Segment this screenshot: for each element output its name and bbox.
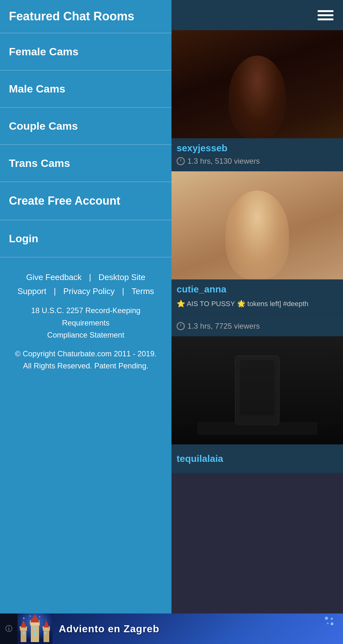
ad-castle-image	[17, 613, 52, 644]
stream-info-1: sexyjesseb 1.3 hrs, 5130 viewers	[172, 138, 343, 171]
stream-card-2[interactable]: cutie_anna ⭐ AIS TO PUSSY 🌟 tokens left]…	[172, 171, 343, 336]
clock-icon-2	[177, 322, 185, 330]
sidebar-footer: Give Feedback | Desktop Site Support | P…	[0, 257, 172, 613]
stream-username-3: tequilalaia	[177, 453, 223, 464]
stream-username-bar-3: tequilalaia	[172, 444, 343, 473]
ad-title: Adviento en Zagreb	[59, 623, 159, 634]
footer-links: Give Feedback | Desktop Site Support | P…	[6, 270, 165, 298]
sidebar: Featured Chat Rooms Female Cams Male Cam…	[0, 0, 172, 613]
thumbnail-content-2	[172, 171, 343, 279]
svg-point-2	[39, 616, 40, 617]
copyright-text: © Copyright Chaturbate.com 2011 - 2019.	[15, 349, 157, 358]
hamburger-line-2	[318, 14, 333, 16]
sidebar-title: Featured Chat Rooms	[9, 10, 134, 23]
ad-info-section: ⓘ	[0, 613, 17, 644]
give-feedback-link[interactable]: Give Feedback	[26, 272, 82, 282]
svg-rect-25	[23, 632, 25, 634]
rights-text: All Rights Reserved. Patent Pending.	[23, 361, 149, 370]
stream-meta-1: 1.3 hrs, 5130 viewers	[177, 157, 338, 169]
terms-link[interactable]: Terms	[131, 286, 154, 296]
stream-username-2: cutie_anna	[177, 284, 338, 295]
stream-stats-2: 1.3 hrs, 7725 viewers	[187, 322, 260, 331]
hamburger-menu[interactable]	[318, 10, 333, 20]
svg-rect-5	[21, 629, 26, 642]
stream-stats-1: 1.3 hrs, 5130 viewers	[187, 157, 260, 166]
sidebar-item-label: Create Free Account	[9, 194, 120, 207]
separator-3: |	[122, 286, 124, 296]
privacy-policy-link[interactable]: Privacy Policy	[63, 286, 115, 296]
star-icon: ⭐	[177, 300, 185, 308]
sidebar-item-label: Trans Cams	[9, 157, 70, 169]
stream-thumbnail-2	[172, 171, 343, 279]
desktop-site-link[interactable]: Desktop Site	[98, 272, 145, 282]
stream-card-1[interactable]: sexyjesseb 1.3 hrs, 5130 viewers	[172, 30, 343, 171]
stream-description-2: ⭐ AIS TO PUSSY 🌟 tokens left] #deepth	[172, 297, 343, 314]
sidebar-header: Featured Chat Rooms	[0, 0, 172, 33]
stream-thumbnail-3	[172, 336, 343, 444]
info-icon: ⓘ	[5, 624, 12, 634]
sidebar-item-label: Female Cams	[9, 45, 78, 58]
stream-info-2: cutie_anna	[172, 279, 343, 297]
stream-meta-2: 1.3 hrs, 7725 viewers	[177, 322, 338, 334]
hamburger-line-1	[318, 10, 333, 12]
separator-2: |	[54, 286, 56, 296]
legal-line1: 18 U.S.C. 2257 Record-Keeping Requiremen…	[31, 306, 140, 327]
legal-line2: Compliance Statement	[47, 331, 124, 339]
desc-text: AIS TO PUSSY	[187, 300, 237, 308]
svg-point-4	[30, 616, 31, 617]
svg-point-1	[23, 618, 24, 619]
sidebar-item-trans-cams[interactable]: Trans Cams	[0, 145, 172, 182]
svg-point-3	[46, 620, 46, 620]
stream-desc-text-2: ⭐ AIS TO PUSSY 🌟 tokens left] #deepth	[177, 299, 338, 309]
sidebar-item-login[interactable]: Login	[0, 220, 172, 257]
stream-meta-area-2: 1.3 hrs, 7725 viewers	[172, 314, 343, 336]
stream-card-3[interactable]: tequilalaia	[172, 336, 343, 473]
footer-copyright: © Copyright Chaturbate.com 2011 - 2019. …	[6, 348, 165, 372]
content-header	[172, 0, 343, 30]
stream-thumbnail-1	[172, 30, 343, 138]
ad-banner[interactable]: ⓘ	[0, 613, 343, 644]
ad-text-area: Adviento en Zagreb	[52, 623, 343, 635]
svg-rect-26	[44, 632, 46, 634]
sidebar-item-label: Login	[9, 232, 38, 244]
separator-1: |	[89, 272, 91, 282]
svg-rect-24	[34, 632, 36, 635]
sidebar-item-label: Male Cams	[9, 83, 65, 95]
sidebar-item-couple-cams[interactable]: Couple Cams	[0, 108, 172, 145]
sidebar-item-male-cams[interactable]: Male Cams	[0, 71, 172, 108]
hamburger-line-3	[318, 18, 333, 20]
stream-username-1: sexyjesseb	[177, 143, 338, 154]
sidebar-item-create-account[interactable]: Create Free Account	[0, 182, 172, 220]
footer-legal: 18 U.S.C. 2257 Record-Keeping Requiremen…	[6, 305, 165, 341]
star-icon-2: 🌟	[237, 300, 245, 308]
svg-rect-17	[44, 629, 49, 642]
clock-icon-1	[177, 157, 185, 165]
sidebar-item-label: Couple Cams	[9, 120, 78, 132]
svg-rect-23	[34, 627, 36, 630]
thumbnail-content-1	[172, 30, 343, 138]
support-link[interactable]: Support	[17, 286, 46, 296]
sidebar-item-female-cams[interactable]: Female Cams	[0, 33, 172, 71]
content-area: sexyjesseb 1.3 hrs, 5130 viewers cutie_a…	[172, 0, 343, 613]
desc-text-2: tokens left] #deepth	[247, 300, 308, 308]
